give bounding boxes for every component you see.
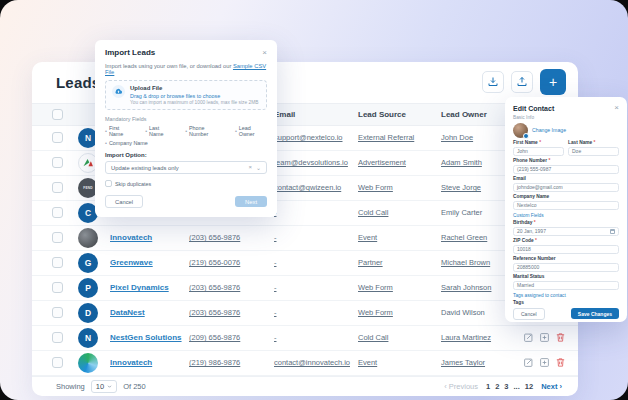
- lead-email[interactable]: -: [274, 333, 358, 342]
- lead-source[interactable]: Web Form: [358, 308, 441, 317]
- change-image-link[interactable]: Change Image: [532, 127, 566, 133]
- camera-icon[interactable]: [523, 133, 529, 139]
- page-number[interactable]: 1: [486, 382, 490, 391]
- marital-input[interactable]: Married: [513, 281, 619, 290]
- previous-page-button[interactable]: ‹ Previous: [444, 382, 478, 391]
- lead-phone[interactable]: (219) 986-9876: [189, 358, 274, 367]
- lead-email[interactable]: team@devsolutions.io: [274, 158, 358, 167]
- page-size-select[interactable]: 10: [91, 380, 117, 393]
- cancel-button[interactable]: Cancel: [513, 308, 545, 320]
- page-number[interactable]: 2: [495, 382, 499, 391]
- row-checkbox[interactable]: [52, 282, 63, 293]
- skip-duplicates-row: Skip duplicates: [105, 180, 267, 187]
- mandatory-field-text: Lead Owner: [239, 125, 267, 137]
- select-all-checkbox[interactable]: [52, 109, 63, 120]
- lead-name-link[interactable]: Greenwave: [110, 258, 189, 267]
- lead-phone[interactable]: (203) 656-9876: [189, 233, 274, 242]
- table-row: Innovatech(203) 656-9876-EventRachel Gre…: [32, 226, 578, 251]
- skip-duplicates-checkbox[interactable]: [105, 180, 112, 187]
- phone-input[interactable]: (219) 555-0987: [513, 165, 619, 174]
- reference-input[interactable]: 20885000: [513, 263, 619, 272]
- lead-email[interactable]: -: [274, 233, 358, 242]
- page-size-value: 10: [96, 382, 104, 391]
- lead-email[interactable]: -: [274, 308, 358, 317]
- lead-source[interactable]: Advertisement: [358, 158, 441, 167]
- export-leads-button[interactable]: [511, 71, 533, 93]
- clear-icon[interactable]: ×: [248, 164, 252, 171]
- lead-phone[interactable]: (203) 656-9876: [189, 308, 274, 317]
- trash-icon[interactable]: [555, 332, 566, 343]
- zip-input[interactable]: 10018: [513, 245, 619, 254]
- lead-email[interactable]: contact@qwizeen.io: [274, 183, 358, 192]
- birthday-label: Birthday *: [513, 220, 619, 225]
- birthday-input[interactable]: 20 Jan, 1997: [513, 227, 619, 236]
- page-title: Leads: [56, 74, 100, 91]
- lead-source[interactable]: External Referral: [358, 133, 441, 142]
- lead-email[interactable]: contact@innovatech.io: [274, 358, 358, 367]
- lead-source[interactable]: Cold Call: [358, 333, 441, 342]
- add-lead-button[interactable]: +: [540, 69, 566, 95]
- row-checkbox[interactable]: [52, 132, 63, 143]
- chevron-down-icon[interactable]: ⌄: [256, 164, 261, 171]
- lead-source[interactable]: Cold Call: [358, 208, 441, 217]
- lead-email[interactable]: -: [274, 258, 358, 267]
- row-checkbox[interactable]: [52, 332, 63, 343]
- duplicate-icon[interactable]: [539, 332, 550, 343]
- page-number[interactable]: 12: [525, 382, 533, 391]
- lead-owner[interactable]: Laura Martinez: [441, 333, 521, 342]
- cancel-button[interactable]: Cancel: [105, 195, 143, 208]
- company-input[interactable]: Nextelco: [513, 201, 619, 210]
- first-name-field: First Name * John: [513, 140, 564, 156]
- last-name-input[interactable]: Doe: [568, 147, 619, 156]
- lead-name-link[interactable]: Pixel Dynamics: [110, 283, 189, 292]
- lead-name-link[interactable]: NestGen Solutions: [110, 333, 189, 342]
- lead-owner[interactable]: James Taylor: [441, 358, 521, 367]
- edit-icon[interactable]: [523, 357, 534, 368]
- first-name-input[interactable]: John: [513, 147, 564, 156]
- close-icon[interactable]: ×: [262, 49, 267, 57]
- lead-phone[interactable]: (203) 656-9876: [189, 283, 274, 292]
- lead-email[interactable]: support@nextelco.io: [274, 133, 358, 142]
- close-icon[interactable]: ×: [614, 104, 619, 112]
- row-checkbox[interactable]: [52, 232, 63, 243]
- lead-email[interactable]: -: [274, 283, 358, 292]
- lead-name-link[interactable]: Innovatech: [110, 233, 189, 242]
- row-checkbox[interactable]: [52, 357, 63, 368]
- page-numbers: 123...12: [486, 382, 533, 391]
- last-name-field: Last Name * Doe: [568, 140, 619, 156]
- row-checkbox[interactable]: [52, 307, 63, 318]
- lead-phone[interactable]: (219) 656-0076: [189, 258, 274, 267]
- lead-source[interactable]: Event: [358, 358, 441, 367]
- page-number[interactable]: 3: [504, 382, 508, 391]
- import-leads-button[interactable]: [482, 71, 504, 93]
- duplicate-icon[interactable]: [539, 357, 550, 368]
- email-input[interactable]: johndoe@gmail.com: [513, 183, 619, 192]
- upload-subtitle[interactable]: Drag & drop or browse files to choose: [130, 93, 258, 99]
- upload-dropzone[interactable]: Upload File Drag & drop or browse files …: [105, 80, 267, 110]
- export-leads-icon: [516, 76, 528, 88]
- edit-icon[interactable]: [523, 332, 534, 343]
- lead-avatar: P: [78, 278, 98, 298]
- import-option-select[interactable]: Update existing leads only × ⌄: [105, 161, 267, 174]
- row-checkbox[interactable]: [52, 182, 63, 193]
- lead-source[interactable]: Web Form: [358, 183, 441, 192]
- lead-source[interactable]: Event: [358, 233, 441, 242]
- next-page-button[interactable]: Next ›: [541, 382, 562, 391]
- trash-icon[interactable]: [555, 357, 566, 368]
- bullet-icon: •: [105, 140, 107, 146]
- table-row: GGreenwave(219) 656-0076-PartnerMichael …: [32, 251, 578, 276]
- lead-name-link[interactable]: Innovatech: [110, 358, 189, 367]
- import-option-label: Import Option:: [105, 152, 267, 158]
- lead-email[interactable]: -: [274, 208, 358, 217]
- lead-source[interactable]: Partner: [358, 258, 441, 267]
- lead-name-link[interactable]: DataNest: [110, 308, 189, 317]
- row-checkbox[interactable]: [52, 157, 63, 168]
- save-changes-button[interactable]: Save Changes: [571, 308, 619, 319]
- plus-icon: +: [549, 74, 557, 90]
- row-checkbox[interactable]: [52, 207, 63, 218]
- contact-avatar: [513, 123, 528, 138]
- lead-source[interactable]: Web Form: [358, 283, 441, 292]
- next-button[interactable]: Next: [235, 196, 267, 207]
- lead-phone[interactable]: (209) 656-9876: [189, 333, 274, 342]
- row-checkbox[interactable]: [52, 257, 63, 268]
